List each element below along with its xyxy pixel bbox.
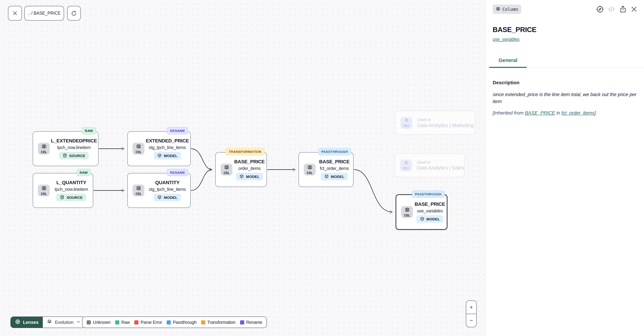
node-base-price-use-variables-selected[interactable]: PASSTHROUGH COL BASE_PRICE use_variables… <box>396 194 448 230</box>
column-chip: COL <box>132 185 144 196</box>
status-badge: RENAME <box>167 127 188 134</box>
node-subtitle: tpch_now.lineitem <box>54 187 88 192</box>
column-chip: COL <box>38 143 50 155</box>
column-chip-label: COL <box>404 214 410 217</box>
resource-type-badge: SOURCE <box>59 152 89 159</box>
column-chip: COL <box>38 185 50 196</box>
lens-select[interactable]: Evolution <box>43 317 85 328</box>
columns-icon <box>41 144 46 150</box>
project-chip: PRJ <box>400 159 412 171</box>
resource-type-badge: MODEL <box>416 215 444 223</box>
resource-type-badge: MODEL <box>236 173 263 180</box>
entity-type-badge: Column <box>493 5 521 14</box>
legend-label: Transformation <box>207 320 236 325</box>
node-base-price-order-items[interactable]: TRANSFORMATION COL BASE_PRICE order_item… <box>215 152 267 187</box>
column-chip: COL <box>304 164 316 175</box>
column-chip: COL <box>401 206 413 218</box>
explore-compass-icon[interactable] <box>596 5 604 13</box>
legend-item: Passthrough <box>167 320 196 325</box>
resource-type-label: MODEL <box>164 154 178 158</box>
columns-icon <box>496 7 500 12</box>
cube-icon <box>239 174 244 179</box>
column-chip-label: COL <box>224 171 230 175</box>
project-icon <box>404 118 409 124</box>
column-chip: COL <box>220 164 232 175</box>
columns-icon <box>307 165 312 171</box>
column-chip-label: COL <box>307 171 312 175</box>
app: .. / BASE_PRICE PRJ Used In Data Analyti… <box>0 0 644 336</box>
node-title: BASE_PRICE <box>415 201 445 207</box>
model-link[interactable]: use_variables <box>493 37 520 42</box>
database-icon <box>63 153 67 158</box>
node-subtitle: stg_tpch_line_items <box>149 145 186 150</box>
project-chip-label: PRJ <box>403 167 409 170</box>
columns-icon <box>136 185 141 192</box>
code-icon <box>608 5 616 13</box>
lenses-label: Lenses <box>23 320 38 325</box>
node-title: EXTENDED_PRICE <box>146 138 189 143</box>
zoom-out-button[interactable]: − <box>466 314 476 327</box>
used-in-node-sales[interactable]: PRJ Used In Data Analytics | Sales <box>395 153 464 177</box>
node-title: BASE_PRICE <box>319 159 350 164</box>
tab-general[interactable]: General <box>489 58 527 68</box>
legend-swatch <box>87 320 91 324</box>
used-in-node-marketing[interactable]: PRJ Used In Data Analytics | Marketing <box>395 111 475 135</box>
share-export-icon[interactable] <box>619 5 627 13</box>
node-subtitle: use_variables <box>417 209 443 213</box>
refresh-button[interactable] <box>67 6 81 21</box>
resource-type-badge: MODEL <box>154 194 181 201</box>
close-panel-icon[interactable] <box>630 6 638 13</box>
node-title: BASE_PRICE <box>234 159 265 164</box>
status-legend: Unknown Raw Parse Error Passthrough Tran… <box>82 316 267 328</box>
description-text: since extended_price is the line item to… <box>493 91 638 105</box>
cube-icon <box>157 153 162 158</box>
legend-swatch <box>201 320 205 324</box>
legend-label: Rename <box>246 320 262 325</box>
legend-label: Parse Error <box>140 320 162 325</box>
inherited-model-link[interactable]: fct_order_items <box>562 110 594 116</box>
details-panel: Column BASE_PRICE use_variables General … <box>486 0 644 336</box>
resource-type-label: MODEL <box>246 174 260 179</box>
description-label: Description <box>493 80 638 85</box>
node-title: L_EXTENDEDPRICE <box>51 138 97 143</box>
lenses-button[interactable]: Lenses <box>11 317 43 328</box>
resource-type-label: MODEL <box>426 217 440 221</box>
node-title: QUANTITY <box>155 180 180 185</box>
resource-type-badge: MODEL <box>154 152 181 159</box>
resource-type-badge: SOURCE <box>56 194 86 201</box>
cube-icon <box>324 174 329 179</box>
lineage-canvas[interactable]: .. / BASE_PRICE PRJ Used In Data Analyti… <box>0 0 487 336</box>
status-badge: PASSTHROUGH <box>318 148 351 155</box>
close-lineage-button[interactable] <box>8 6 22 21</box>
node-base-price-fct-order-items[interactable]: PASSTHROUGH COL BASE_PRICE fct_order_ite… <box>298 152 354 187</box>
legend-item: Parse Error <box>134 320 162 325</box>
zoom-controls: + − <box>466 300 477 327</box>
resource-type-badge: MODEL <box>321 173 348 180</box>
breadcrumb[interactable]: .. / BASE_PRICE <box>24 6 64 21</box>
legend-swatch <box>240 320 244 324</box>
node-l-quantity[interactable]: RAW COL L_QUANTITY tpch_now.lineitem SOU… <box>33 173 93 208</box>
legend-swatch <box>167 320 171 324</box>
legend-item: Transformation <box>201 320 236 325</box>
node-subtitle: order_items <box>238 166 260 171</box>
status-badge: RAW <box>76 169 91 176</box>
lens-switcher: Lenses Evolution <box>10 316 85 328</box>
status-badge: RAW <box>82 127 96 134</box>
layers-icon <box>46 319 52 325</box>
node-l-extendedprice[interactable]: RAW COL L_EXTENDEDPRICE tpch_now.lineite… <box>33 131 98 166</box>
node-subtitle: stg_tpch_line_items <box>149 187 186 192</box>
used-in-project-name: Data Analytics | Sales <box>417 165 464 170</box>
column-chip-label: COL <box>41 192 47 195</box>
chevron-down-icon <box>76 319 81 325</box>
status-badge: RENAME <box>167 169 188 176</box>
zoom-in-button[interactable]: + <box>466 301 476 314</box>
legend-swatch <box>115 320 119 324</box>
node-quantity[interactable]: RENAME COL QUANTITY stg_tpch_line_items … <box>127 173 191 208</box>
columns-icon <box>224 165 229 171</box>
node-extended-price[interactable]: RENAME COL EXTENDED_PRICE stg_tpch_line_… <box>127 131 191 166</box>
inherited-column-link[interactable]: BASE_PRICE <box>525 110 555 116</box>
cube-icon <box>420 216 424 222</box>
legend-label: Unknown <box>93 320 110 325</box>
status-badge: TRANSFORMATION <box>226 148 264 155</box>
used-in-label: Used In <box>417 160 464 164</box>
